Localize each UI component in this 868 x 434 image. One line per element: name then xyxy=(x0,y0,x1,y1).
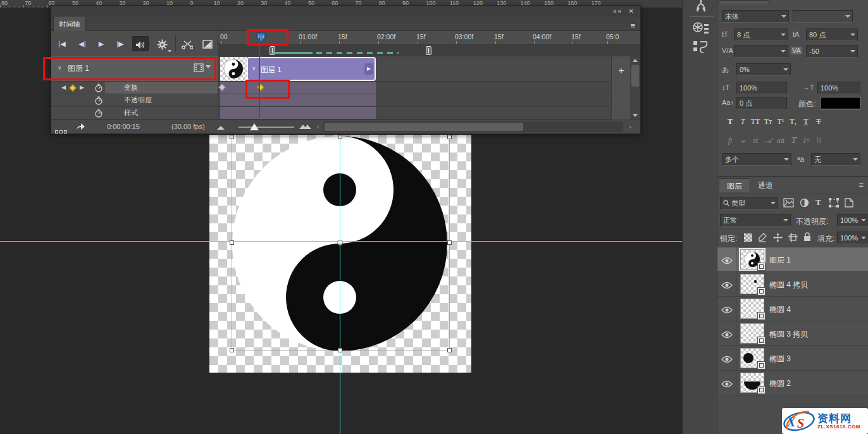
previous-keyframe-arrow[interactable]: ◀ xyxy=(61,84,66,90)
layer-row[interactable]: 椭圆 3 拷贝 xyxy=(717,321,868,346)
lock-position-icon[interactable] xyxy=(773,233,783,245)
layer-thumbnail[interactable] xyxy=(740,323,764,344)
vertical-guide[interactable] xyxy=(340,135,340,434)
scroll-left-arrow[interactable]: ‹ xyxy=(317,123,319,130)
layer-thumbnail[interactable] xyxy=(740,249,764,270)
subscript-button[interactable]: T₁ xyxy=(787,117,800,127)
stopwatch-icon[interactable] xyxy=(94,109,103,120)
previous-frame-button[interactable]: ◀| xyxy=(74,36,90,51)
tab-timeline[interactable]: 时间轴 xyxy=(53,16,86,31)
layer-row[interactable]: 椭圆 4 xyxy=(717,297,868,321)
blend-mode-select[interactable]: 正常 xyxy=(720,214,791,226)
scroll-down-arrow[interactable] xyxy=(633,114,638,117)
small-caps-button[interactable]: Tᴛ xyxy=(762,117,774,127)
font-family-select[interactable]: 宋体 xyxy=(722,10,789,23)
transform-handle[interactable] xyxy=(338,348,342,352)
layer-thumbnail[interactable] xyxy=(740,373,764,393)
transform-handle[interactable] xyxy=(447,240,452,245)
faux-italic-button[interactable]: T xyxy=(736,117,749,127)
timeline-vertical-scrollbar[interactable] xyxy=(630,56,640,120)
layer-thumbnail[interactable] xyxy=(740,348,764,368)
split-at-playhead-button[interactable] xyxy=(179,36,195,51)
layer-visibility-toggle[interactable] xyxy=(717,321,736,345)
titling-alternates-button[interactable]: 𝕋 xyxy=(787,136,800,146)
zoom-slider-thumb[interactable] xyxy=(250,123,259,130)
property-label-opacity[interactable]: 不透明度 xyxy=(105,94,218,106)
layer-row[interactable]: 图层 1 xyxy=(717,247,868,272)
layer-name[interactable]: 椭圆 3 xyxy=(769,354,791,364)
transform-reference-point[interactable] xyxy=(337,240,343,245)
lock-image-pixels-icon[interactable] xyxy=(758,233,767,245)
next-frame-button[interactable]: |▶ xyxy=(112,36,128,51)
layer-name[interactable]: 椭圆 4 拷贝 xyxy=(769,280,808,290)
horizontal-scale-field[interactable]: 100% xyxy=(817,82,860,94)
transform-handle[interactable] xyxy=(338,135,342,139)
anti-alias-select[interactable]: 无 xyxy=(811,153,860,166)
scrollbar-thumb[interactable] xyxy=(325,123,523,131)
panel-menu-icon[interactable]: ≡ xyxy=(630,21,635,30)
dock-icon-3d[interactable] xyxy=(691,22,712,38)
layer-thumbnail[interactable] xyxy=(740,274,764,294)
transform-handle[interactable] xyxy=(230,240,234,245)
scrollbar-thumb[interactable] xyxy=(631,65,639,87)
layer-name[interactable]: 图层 1 xyxy=(769,255,791,266)
strikethrough-button[interactable]: T xyxy=(812,117,825,127)
discretionary-ligatures-button[interactable]: st xyxy=(749,136,762,146)
render-video-icon[interactable] xyxy=(75,122,85,133)
faux-bold-button[interactable]: T xyxy=(724,117,736,127)
layer-row[interactable]: 椭圆 4 拷贝 xyxy=(717,272,868,297)
layer-visibility-toggle[interactable] xyxy=(717,297,736,321)
transform-handle[interactable] xyxy=(447,348,452,352)
transition-button[interactable] xyxy=(199,36,216,51)
filter-pixel-layers-icon[interactable] xyxy=(783,198,794,210)
tsume-select[interactable]: 0% xyxy=(736,63,791,76)
clip-end-control[interactable]: ▶ xyxy=(364,63,373,75)
filter-shape-layers-icon[interactable] xyxy=(829,198,839,210)
transform-handle[interactable] xyxy=(230,135,234,139)
panel-menu-icon[interactable]: ≡ xyxy=(859,180,864,190)
transform-handle[interactable] xyxy=(230,348,234,352)
filter-type-layers-icon[interactable]: T xyxy=(815,197,821,208)
filter-adjustment-layers-icon[interactable] xyxy=(800,198,809,210)
underline-button[interactable]: T xyxy=(800,117,812,127)
language-select[interactable]: 多个 xyxy=(722,153,791,166)
swash-button[interactable]: ℴ xyxy=(736,136,749,146)
all-caps-button[interactable]: TT xyxy=(749,117,762,127)
property-label-style[interactable]: 样式 xyxy=(105,107,218,119)
layer-name[interactable]: 椭圆 3 拷贝 xyxy=(769,329,808,340)
mute-audio-button[interactable] xyxy=(132,36,149,51)
canvas[interactable] xyxy=(209,135,471,373)
lock-artboard-icon[interactable] xyxy=(788,233,798,245)
kerning-select[interactable] xyxy=(734,45,788,58)
filter-smart-objects-icon[interactable] xyxy=(845,198,853,210)
keyframe-navigator-diamond[interactable] xyxy=(69,84,76,91)
work-area-end-handle[interactable] xyxy=(426,46,431,55)
timeline-settings-button[interactable] xyxy=(154,36,170,51)
twirl-icon[interactable]: ∨ xyxy=(252,65,256,71)
tracking-select[interactable]: -50 xyxy=(806,45,858,58)
oldstyle-button[interactable]: aā xyxy=(774,136,787,146)
layer-row[interactable]: 椭圆 3 xyxy=(717,346,868,371)
lock-transparent-pixels-icon[interactable] xyxy=(744,233,752,242)
stylistic-alternates-button[interactable]: 𝒜 xyxy=(762,136,774,146)
leading-select[interactable]: 80 点 xyxy=(806,28,858,41)
tab-channels[interactable]: 通道 xyxy=(750,178,781,192)
layer-thumbnail[interactable] xyxy=(740,299,764,319)
font-style-select[interactable] xyxy=(793,10,853,23)
play-button[interactable]: ▶ xyxy=(93,36,109,51)
property-label-transform[interactable]: 变换 xyxy=(105,82,218,94)
layer-visibility-toggle[interactable] xyxy=(717,247,736,271)
filter-type-select[interactable]: 类型 xyxy=(720,197,778,209)
timeline-zoom-slider[interactable] xyxy=(239,127,294,128)
next-keyframe-arrow[interactable]: ▶ xyxy=(80,84,84,90)
scroll-up-arrow[interactable] xyxy=(633,59,638,62)
add-media-button[interactable]: + xyxy=(614,64,628,78)
font-size-select[interactable]: 8 点 xyxy=(734,28,788,41)
dock-icon-tool[interactable] xyxy=(691,0,712,14)
timeline-clip[interactable]: ∨ 图层 1 ▶ xyxy=(247,57,376,81)
superscript-button[interactable]: T¹ xyxy=(774,117,787,127)
convert-to-frame-animation-icon[interactable] xyxy=(55,125,68,136)
baseline-shift-field[interactable]: 0 点 xyxy=(736,97,787,109)
layer-visibility-toggle[interactable] xyxy=(717,272,736,296)
layer-visibility-toggle[interactable] xyxy=(717,346,736,370)
